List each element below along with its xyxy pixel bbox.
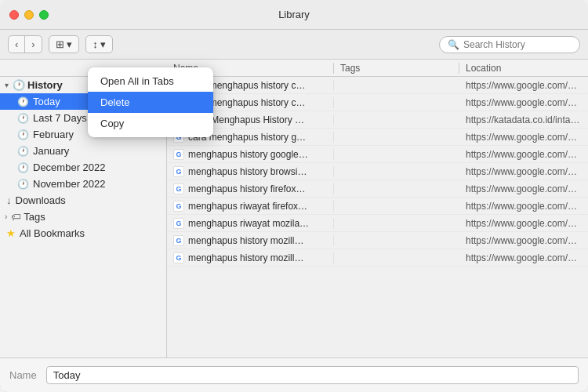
view-button[interactable]: ⊞ ▾ (49, 35, 80, 53)
favicon-9: G (173, 235, 184, 246)
cell-location-0: https://www.google.com/search?clie… (459, 80, 588, 91)
cell-name-9: G menghapus history mozill… (167, 235, 334, 246)
last7-clock-icon: 🕐 (17, 113, 29, 124)
favicon-10: G (173, 252, 184, 263)
info-bar: Name Today (0, 358, 588, 392)
sidebar-item-dec2022[interactable]: 🕐 December 2022 (0, 159, 166, 176)
search-box: 🔍 (439, 36, 580, 53)
cell-location-8: https://www.google.com/search?q=… (459, 218, 588, 229)
favicon-6: G (173, 183, 184, 194)
sidebar-downloads-label: Downloads (16, 194, 66, 206)
traffic-lights (9, 10, 49, 20)
cell-name-7: G menghapus riwayat firefox… (167, 201, 334, 212)
sidebar-item-downloads[interactable]: ↓ Downloads (0, 192, 166, 209)
col-header-tags: Tags (334, 63, 459, 74)
context-menu-copy[interactable]: Copy (88, 113, 213, 134)
cell-location-4: https://www.google.com/search?q=… (459, 149, 588, 160)
sidebar-nov-label: November 2022 (33, 178, 106, 190)
cell-location-9: https://www.google.com/search?q=… (459, 235, 588, 246)
arrange-button[interactable]: ↕ ▾ (85, 35, 113, 53)
cell-location-2: https://katadata.co.id/intan/berita/62… (459, 114, 588, 125)
table-row[interactable]: G menghapus history google… https://www.… (167, 146, 588, 163)
window-title: Library (278, 9, 310, 20)
cell-location-1: https://www.google.com/search?q=c… (459, 97, 588, 108)
history-clock-icon: 🕐 (13, 79, 25, 91)
sidebar-item-january[interactable]: 🕐 January (0, 143, 166, 159)
cell-location-6: https://www.google.com/search?q=… (459, 183, 588, 194)
cell-name-4: G menghapus history google… (167, 149, 334, 160)
sidebar-feb-label: February (33, 129, 74, 140)
feb-clock-icon: 🕐 (17, 129, 29, 140)
dec-clock-icon: 🕐 (17, 162, 29, 173)
sidebar-last7-label: Last 7 Days (33, 112, 87, 124)
table-content: G cara menghapus history c… https://www.… (167, 77, 588, 358)
table-row[interactable]: G menghapus history mozill… https://www.… (167, 232, 588, 249)
forward-button[interactable]: › (25, 36, 41, 53)
table-row[interactable]: G menghapus history firefox… https://www… (167, 180, 588, 198)
sidebar-history-label: History (27, 79, 63, 91)
cell-name-text-10: menghapus history mozill… (188, 252, 303, 263)
downloads-icon: ↓ (6, 194, 12, 206)
minimize-button[interactable] (24, 10, 34, 20)
favicon-5: G (173, 166, 184, 177)
info-bar-value: Today (46, 366, 579, 384)
close-button[interactable] (9, 10, 19, 20)
cell-name-5: G menghapus history browsi… (167, 166, 334, 177)
cell-name-text-5: menghapus history browsi… (188, 166, 307, 177)
sidebar-tags-label: Tags (24, 211, 45, 223)
info-bar-label: Name (9, 369, 37, 381)
favicon-7: G (173, 201, 184, 212)
today-clock-icon: 🕐 (17, 96, 29, 107)
favicon-4: G (173, 149, 184, 160)
nov-clock-icon: 🕐 (17, 179, 29, 190)
toolbar: ‹ › ⊞ ▾ ↕ ▾ 🔍 (0, 30, 588, 60)
table-row[interactable]: G menghapus riwayat mozila… https://www.… (167, 215, 588, 232)
cell-name-text-8: menghapus riwayat mozila… (188, 218, 309, 229)
cell-name-text-4: menghapus history google… (188, 149, 308, 160)
sidebar-today-label: Today (33, 96, 60, 107)
sidebar-jan-label: January (33, 145, 69, 157)
table-row[interactable]: K Cara Menghapus History … https://katad… (167, 111, 588, 129)
context-menu-delete[interactable]: Delete (88, 92, 213, 113)
sidebar-tags-group[interactable]: › 🏷 Tags (0, 209, 166, 225)
cell-name-text-6: menghapus history firefox… (188, 183, 305, 194)
back-button[interactable]: ‹ (9, 36, 25, 53)
titlebar: Library (0, 0, 588, 30)
sidebar-item-nov2022[interactable]: 🕐 November 2022 (0, 176, 166, 192)
cell-name-text-9: menghapus history mozill… (188, 235, 303, 246)
nav-buttons: ‹ › (8, 35, 42, 53)
cell-name-10: G menghapus history mozill… (167, 252, 334, 263)
fullscreen-button[interactable] (39, 10, 49, 20)
favicon-8: G (173, 218, 184, 229)
cell-name-8: G menghapus riwayat mozila… (167, 218, 334, 229)
table-row[interactable]: G cara menghapus history c… https://www.… (167, 94, 588, 111)
cell-location-10: https://www.google.com/search?clie… (459, 252, 588, 263)
search-icon: 🔍 (448, 39, 459, 50)
table-row[interactable]: G menghapus riwayat firefox… https://www… (167, 198, 588, 215)
col-header-location: Location (459, 63, 588, 74)
sidebar-item-bookmarks[interactable]: ★ All Bookmarks (0, 225, 166, 241)
history-triangle-icon: ▾ (5, 81, 9, 89)
table-row[interactable]: G menghapus history browsi… https://www.… (167, 163, 588, 180)
table-row[interactable]: G menghapus history mozill… https://www.… (167, 249, 588, 267)
context-menu-open-all-tabs[interactable]: Open All in Tabs (88, 71, 213, 92)
cell-location-7: https://www.google.com/search?q=… (459, 201, 588, 212)
context-menu: Open All in Tabs Delete Copy (88, 67, 213, 137)
cell-name-text-7: menghapus riwayat firefox… (188, 201, 307, 212)
table-row[interactable]: G cara menghapus history c… https://www.… (167, 77, 588, 94)
library-window: Library ‹ › ⊞ ▾ ↕ ▾ 🔍 Name Tags Location… (0, 0, 588, 392)
search-input[interactable] (463, 39, 572, 50)
sidebar-dec-label: December 2022 (33, 162, 106, 173)
jan-clock-icon: 🕐 (17, 146, 29, 157)
sidebar-bookmarks-label: All Bookmarks (20, 227, 85, 239)
bookmarks-star-icon: ★ (6, 227, 16, 239)
tags-icon: 🏷 (11, 211, 21, 223)
cell-location-5: https://www.google.com/search?clie… (459, 166, 588, 177)
cell-location-3: https://www.google.com/search?q=c… (459, 132, 588, 143)
tags-triangle-icon: › (5, 212, 7, 221)
cell-name-6: G menghapus history firefox… (167, 183, 334, 194)
table-row[interactable]: G cara menghapus history g… https://www.… (167, 129, 588, 146)
